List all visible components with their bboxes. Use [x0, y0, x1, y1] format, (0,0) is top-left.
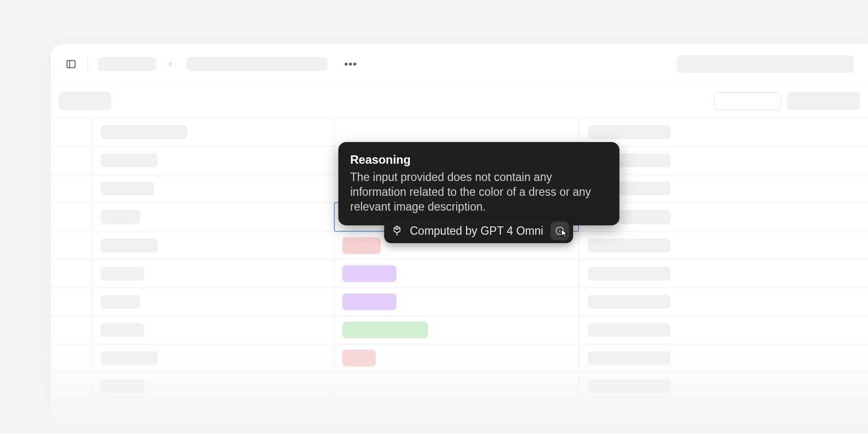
cell-placeholder — [588, 267, 671, 281]
table-row[interactable] — [51, 316, 868, 344]
cell-placeholder — [588, 125, 671, 139]
cursor-icon — [560, 228, 570, 242]
topbar-right-placeholder — [677, 55, 854, 73]
cell-placeholder — [101, 351, 158, 365]
tag — [342, 293, 397, 310]
computed-by-chip: Computed by GPT 4 Omni — [384, 218, 573, 243]
cell-placeholder — [588, 323, 671, 337]
cell-placeholder — [101, 379, 144, 393]
content: Reasoning The input provided does not co… — [51, 84, 868, 400]
table-row[interactable] — [51, 344, 868, 372]
reasoning-tooltip: Reasoning The input provided does not co… — [338, 142, 619, 225]
tag — [342, 265, 397, 282]
table-row[interactable] — [51, 260, 868, 288]
cell-placeholder — [588, 295, 671, 309]
cell-placeholder — [588, 351, 671, 365]
svg-rect-0 — [67, 60, 75, 68]
tag — [342, 237, 381, 254]
tag — [342, 322, 428, 338]
cell-placeholder — [101, 323, 144, 337]
breadcrumb-item[interactable] — [98, 57, 156, 71]
table-row[interactable] — [51, 372, 868, 400]
cell-placeholder — [588, 239, 671, 253]
cell-placeholder — [101, 181, 154, 195]
sidebar-toggle-button[interactable] — [65, 58, 77, 71]
topbar: ••• — [51, 44, 868, 84]
toolbar — [51, 84, 868, 118]
app-window: ••• Reasoning The input provided does no… — [51, 44, 868, 434]
cell-placeholder — [101, 210, 140, 224]
openai-icon — [391, 225, 403, 237]
toolbar-left-placeholder — [59, 92, 111, 110]
panel-left-icon — [66, 59, 76, 70]
chevron-right-icon — [167, 61, 174, 68]
cell-placeholder — [101, 295, 140, 309]
cell-placeholder — [101, 239, 158, 253]
cell-placeholder — [101, 125, 187, 139]
tooltip-body: The input provided does not contain any … — [350, 170, 608, 215]
toolbar-button[interactable] — [714, 92, 781, 110]
tag — [342, 350, 376, 366]
chip-label: Computed by GPT 4 Omni — [410, 224, 543, 238]
cell-placeholder — [101, 153, 158, 167]
info-button[interactable] — [550, 221, 569, 240]
table-row[interactable] — [51, 288, 868, 316]
toolbar-right-placeholder — [787, 92, 860, 110]
more-menu-button[interactable]: ••• — [344, 58, 357, 71]
cell-placeholder — [101, 267, 144, 281]
divider — [87, 57, 88, 71]
tooltip-title: Reasoning — [350, 152, 608, 167]
cell-placeholder — [588, 379, 671, 393]
breadcrumb-item[interactable] — [186, 57, 327, 71]
